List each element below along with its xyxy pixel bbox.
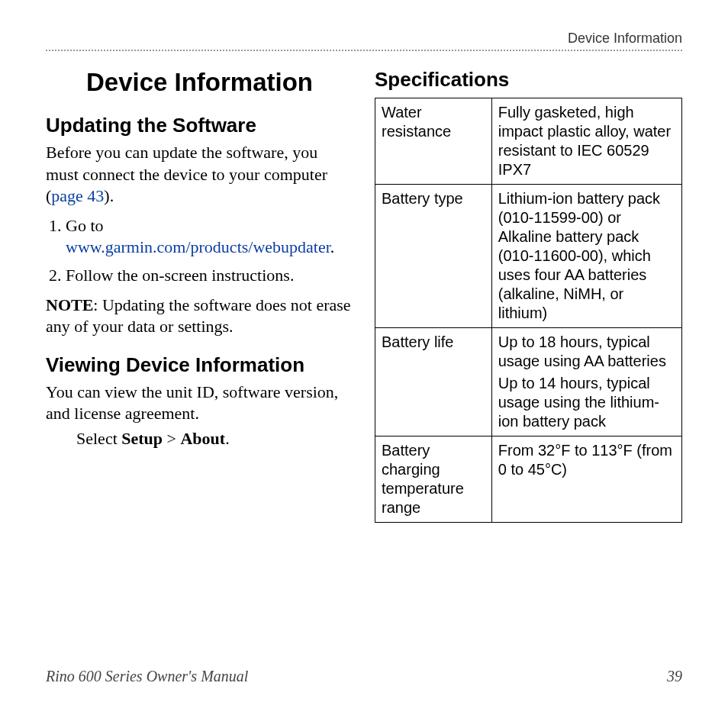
updating-note: NOTE: Updating the software does not era… (46, 295, 353, 338)
footer-manual-title: Rino 600 Series Owner's Manual (46, 668, 248, 685)
table-row: Battery type Lithium-ion battery pack (0… (375, 185, 682, 328)
instr-post: . (225, 429, 230, 448)
spec-value: From 32°F to 113°F (from 0 to 45°C) (491, 436, 681, 523)
battery-life-aa: Up to 18 hours, typical usage using AA b… (498, 333, 675, 371)
heading-viewing: Viewing Device Information (46, 353, 353, 377)
instr-setup: Setup (121, 429, 163, 448)
specifications-table: Water resistance Fully gasketed, high im… (375, 98, 682, 523)
running-head: Device Information (46, 31, 682, 51)
note-label: NOTE (46, 295, 93, 314)
left-column: Device Information Updating the Software… (46, 59, 353, 523)
instr-pre: Select (76, 429, 121, 448)
spec-value: Lithium-ion battery pack (010-11599-00) … (491, 185, 681, 328)
spec-label: Battery life (375, 328, 492, 436)
right-column: Specifications Water resistance Fully ga… (375, 59, 682, 523)
viewing-body: You can view the unit ID, software versi… (46, 382, 353, 425)
step-2: Follow the on-screen instructions. (66, 265, 353, 287)
page-title: Device Information (46, 68, 353, 97)
updating-steps: Go to www.garmin.com/products/webupdater… (46, 215, 353, 287)
page-43-link[interactable]: page 43 (51, 186, 104, 205)
instr-gt: > (163, 429, 180, 448)
table-row: Battery charging temperature range From … (375, 436, 682, 523)
step-1-pre: Go to (66, 216, 104, 235)
heading-updating: Updating the Software (46, 114, 353, 137)
spec-value: Fully gasketed, high impact plastic allo… (491, 98, 681, 185)
table-row: Battery life Up to 18 hours, typical usa… (375, 328, 682, 436)
spec-label: Battery charging temperature range (375, 436, 492, 523)
step-1: Go to www.garmin.com/products/webupdater… (66, 215, 353, 259)
page: Device Information Device Information Up… (0, 0, 728, 728)
page-footer: Rino 600 Series Owner's Manual 39 (46, 668, 682, 685)
instr-about: About (180, 429, 225, 448)
heading-specifications: Specifications (375, 68, 682, 92)
content-columns: Device Information Updating the Software… (46, 59, 682, 523)
table-row: Water resistance Fully gasketed, high im… (375, 98, 682, 185)
battery-life-liion: Up to 14 hours, typical usage using the … (498, 374, 675, 431)
webupdater-link[interactable]: www.garmin.com/products/webupdater (66, 237, 330, 256)
updating-intro: Before you can update the software, you … (46, 142, 353, 208)
spec-value: Up to 18 hours, typical usage using AA b… (491, 328, 681, 436)
spec-label: Battery type (375, 185, 492, 328)
footer-page-number: 39 (667, 668, 682, 685)
updating-intro-post: ). (104, 186, 114, 205)
step-1-post: . (330, 237, 335, 256)
viewing-instruction: Select Setup > About. (76, 428, 353, 450)
spec-label: Water resistance (375, 98, 492, 185)
